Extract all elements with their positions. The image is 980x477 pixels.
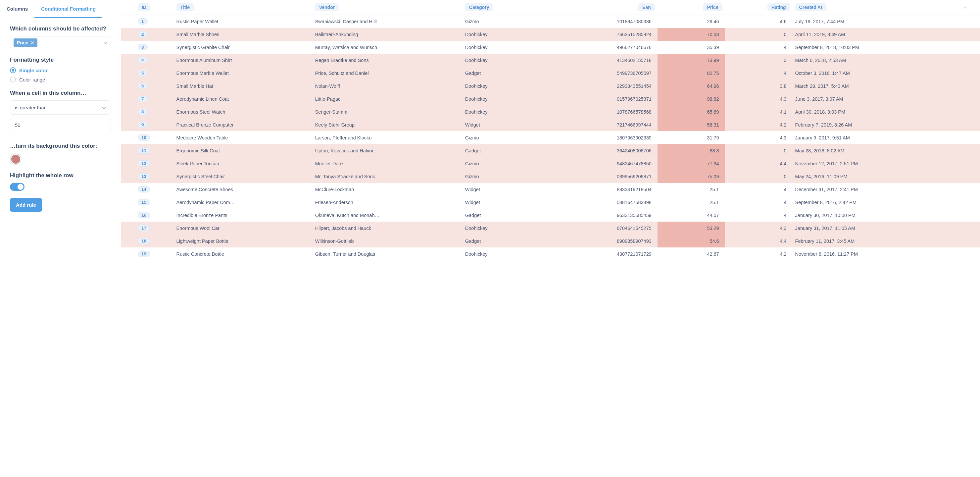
table-row: 19Rustic Concrete BottleGibson, Turner a… [121,247,980,260]
cell-title: Practical Bronze Computer [174,118,313,131]
cell-price: 64.96 [657,80,725,93]
cell-rating: 4.3 [725,222,792,235]
cell-vendor: Wilkinson-Gottlieb [313,235,463,247]
cell-id: 19 [121,247,174,260]
cell-title: Enormous Marble Wallet [174,67,313,80]
cell-category: Doohickey [463,105,549,118]
selected-column-chip[interactable]: Price ✕ [14,38,37,47]
id-pill[interactable]: 13 [138,173,150,180]
cell-vendor: McClure-Lockman [313,183,463,196]
cell-title: Rustic Paper Wallet [174,15,313,28]
cell-ean: 9482467478850 [549,157,657,170]
cell-title: Enormous Wool Car [174,222,313,235]
cell-category: Doohickey [463,93,549,105]
column-picker[interactable]: Price ✕ [10,36,111,49]
cell-price: 98.82 [657,93,725,105]
column-header-price[interactable]: Price [703,3,722,11]
tab-conditional-formatting[interactable]: Conditional Formatting [35,0,102,18]
id-pill[interactable]: 8 [138,108,148,115]
table-row: 4Enormous Aluminum ShirtRegan Bradtke an… [121,54,980,67]
cell-created: January 31, 2017, 11:05 AM [792,222,950,235]
column-header-id[interactable]: ID [138,3,150,11]
column-header-created[interactable]: Created At [795,3,826,11]
column-header-title[interactable]: Title [177,3,194,11]
cell-ean: 7663515285824 [549,28,657,41]
cell-price: 65.89 [657,105,725,118]
cell-category: Doohickey [463,28,549,41]
column-header-vendor[interactable]: Vendor [315,3,339,11]
tab-columns[interactable]: Columns [0,0,35,18]
condition-label: When a cell in this column… [10,90,111,96]
id-pill[interactable]: 14 [138,186,150,193]
color-label: …turn its background this color: [10,143,111,149]
id-pill[interactable]: 5 [138,70,148,76]
id-pill[interactable]: 16 [138,212,150,218]
column-header-rating[interactable]: Rating [767,3,790,11]
cell-price: 31.79 [657,131,725,144]
cell-category: Doohickey [463,54,549,67]
cell-id: 12 [121,157,174,170]
column-header-category[interactable]: Category [465,3,493,11]
column-header-ean[interactable]: Ean [638,3,655,11]
id-pill[interactable]: 4 [138,57,148,63]
cell-title: Aerodynamic Linen Coat [174,93,313,105]
cell-id: 11 [121,144,174,157]
cell-category: Gizmo [463,131,549,144]
radio-color-range[interactable]: Color range [10,77,111,83]
cell-rating: 4.2 [725,118,792,131]
highlight-row-toggle[interactable] [10,183,24,191]
table-row: 6Small Marble HatNolan-WolffDoohickey229… [121,80,980,93]
id-pill[interactable]: 2 [138,31,148,37]
operator-select[interactable]: is greater than [10,101,111,115]
cell-ean: 8909358907493 [549,235,657,247]
cell-id: 14 [121,183,174,196]
id-pill[interactable]: 15 [138,199,150,205]
id-pill[interactable]: 7 [138,96,148,102]
cell-title: Synergistic Steel Chair [174,170,313,183]
cell-price: 70.08 [657,28,725,41]
cell-rating: 4.2 [725,247,792,260]
radio-icon [10,77,16,83]
id-pill[interactable]: 11 [138,147,150,154]
remove-column-icon[interactable]: ✕ [31,40,34,45]
table-row: 16Incredible Bronze PantsOkuneva, Kutch … [121,209,980,222]
id-pill[interactable]: 1 [138,18,148,24]
cell-price: 25.1 [657,183,725,196]
formatting-style-label: Formatting style [10,57,111,63]
cell-ean: 4966277046676 [549,41,657,54]
threshold-input[interactable] [10,118,111,132]
cell-id: 1 [121,15,174,28]
table-row: 11Ergonomic Silk CoatUpton, Kovacek and … [121,144,980,157]
id-pill[interactable]: 19 [138,251,150,257]
id-pill[interactable]: 9 [138,121,148,128]
id-pill[interactable]: 12 [138,160,150,167]
cell-vendor: Gibson, Turner and Douglas [313,247,463,260]
cell-created: November 12, 2017, 2:51 PM [792,157,950,170]
cell-category: Gizmo [463,157,549,170]
cell-category: Doohickey [463,247,549,260]
table-row: 18Lightweight Paper BottleWilkinson-Gott… [121,235,980,247]
cell-category: Gadget [463,209,549,222]
cell-created: February 7, 2019, 8:26 AM [792,118,950,131]
id-pill[interactable]: 10 [138,134,150,141]
cell-category: Widget [463,196,549,209]
cell-created: February 11, 2017, 3:45 AM [792,235,950,247]
radio-single-color[interactable]: Single color [10,67,111,73]
cell-rating: 4 [725,196,792,209]
color-swatch-picker[interactable] [10,153,22,165]
selected-column-name: Price [17,40,28,45]
add-rule-button[interactable]: Add rule [10,198,42,212]
cell-created: January 30, 2017, 10:00 PM [792,209,950,222]
cell-title: Awesome Concrete Shoes [174,183,313,196]
add-column-icon[interactable]: + [961,4,969,11]
id-pill[interactable]: 6 [138,83,148,89]
chevron-down-icon [103,41,107,45]
id-pill[interactable]: 17 [138,225,150,231]
cell-created: September 8, 2018, 10:03 PM [792,41,950,54]
cell-rating: 0 [725,170,792,183]
cell-price: 54.6 [657,235,725,247]
id-pill[interactable]: 18 [138,238,150,244]
table-row: 7Aerodynamic Linen CoatLittle-PagacDoohi… [121,93,980,105]
highlight-row-label: Highlight the whole row [10,172,111,179]
id-pill[interactable]: 3 [138,44,148,50]
